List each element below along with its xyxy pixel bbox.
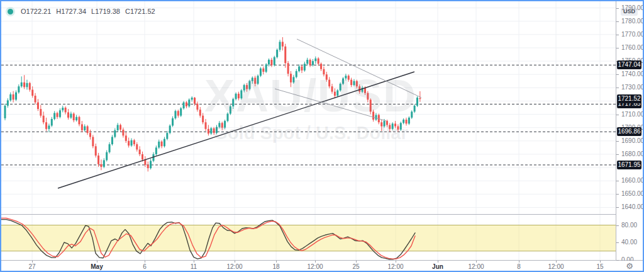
falling-wedge-lower-line[interactable] bbox=[275, 89, 386, 121]
candle-body bbox=[139, 150, 141, 154]
candle-body bbox=[202, 116, 204, 123]
time-axis-tick bbox=[438, 261, 438, 263]
price-axis-label: 1780.00 bbox=[621, 18, 644, 25]
candle-body bbox=[161, 142, 163, 146]
candle-body bbox=[166, 133, 168, 139]
candle-body bbox=[284, 47, 286, 63]
time-axis-label: 18 bbox=[272, 263, 279, 270]
candle-body bbox=[367, 93, 369, 100]
candle-body bbox=[320, 64, 322, 69]
candle-body bbox=[397, 127, 399, 130]
price-axis-label: 1760.00 bbox=[621, 44, 644, 52]
candle-body bbox=[81, 124, 83, 130]
candle-body bbox=[389, 125, 391, 128]
time-axis-label: 12:00 bbox=[468, 263, 484, 270]
time-axis-tick bbox=[600, 261, 601, 263]
candle-body bbox=[43, 116, 45, 123]
candle-body bbox=[97, 156, 99, 164]
candle-body bbox=[400, 123, 402, 130]
indicator-axis-label: 80.00 bbox=[621, 222, 637, 229]
price-level-badge: 1671.95 bbox=[617, 161, 641, 169]
candle-body bbox=[416, 98, 418, 106]
candle-body bbox=[136, 144, 138, 149]
candle-body bbox=[334, 92, 336, 96]
pane-separator[interactable] bbox=[1, 214, 643, 215]
time-axis-label: 12:00 bbox=[387, 263, 403, 270]
candle-body bbox=[262, 69, 264, 72]
legend-close: C1721.52 bbox=[125, 8, 155, 15]
time-axis-label: 27 bbox=[28, 263, 35, 270]
candle-body bbox=[13, 94, 14, 99]
candle-body bbox=[196, 104, 198, 110]
candle-body bbox=[62, 108, 64, 110]
candle-body bbox=[260, 69, 262, 76]
price-axis-tick bbox=[616, 225, 619, 226]
candle-body bbox=[375, 115, 377, 120]
price-axis-label: 1790.00 bbox=[621, 4, 644, 12]
axis-corner-cell: ⚙ bbox=[616, 261, 643, 271]
candle-body bbox=[21, 82, 23, 86]
candle-body bbox=[238, 94, 240, 98]
stochastic-pane[interactable] bbox=[1, 215, 616, 260]
candle-body bbox=[331, 86, 333, 91]
candle-body bbox=[119, 125, 121, 129]
time-axis-label: 25 bbox=[352, 263, 359, 270]
price-axis-label: 1710.00 bbox=[621, 111, 644, 118]
candle-body bbox=[53, 113, 55, 119]
candle-body bbox=[180, 108, 182, 116]
candle-body bbox=[48, 126, 50, 129]
candle-body bbox=[106, 152, 108, 161]
candle-body bbox=[158, 142, 160, 148]
candle-body bbox=[15, 93, 17, 100]
candle-body bbox=[406, 120, 408, 123]
candle-body bbox=[35, 96, 36, 103]
candle-body bbox=[18, 86, 19, 93]
candle-body bbox=[318, 59, 319, 64]
candle-body bbox=[155, 147, 157, 154]
candle-body bbox=[246, 85, 248, 89]
candle-body bbox=[87, 127, 89, 133]
candle-body bbox=[328, 80, 330, 87]
candle-body bbox=[342, 79, 344, 84]
candle-body bbox=[265, 64, 267, 72]
candle-body bbox=[114, 130, 116, 137]
candle-body bbox=[287, 63, 289, 74]
ascending-trendline[interactable] bbox=[58, 72, 414, 188]
time-axis[interactable]: 27May61112:001812:002512:00Jun12:00812:0… bbox=[1, 261, 616, 271]
time-axis-label: 6 bbox=[143, 263, 147, 270]
candle-body bbox=[309, 60, 311, 65]
candle-body bbox=[370, 99, 372, 111]
candle-body bbox=[131, 140, 133, 145]
price-level-badge: 1747.04 bbox=[617, 60, 641, 69]
candle-body bbox=[298, 67, 300, 71]
price-axis-tick bbox=[616, 181, 619, 181]
candle-body bbox=[216, 127, 218, 133]
price-pane[interactable] bbox=[1, 1, 616, 214]
candle-body bbox=[57, 113, 58, 116]
candle-body bbox=[40, 109, 42, 116]
candle-body bbox=[411, 111, 413, 118]
candle-body bbox=[78, 117, 80, 125]
time-axis-label: 11 bbox=[191, 263, 197, 270]
candle-body bbox=[7, 100, 9, 105]
candle-body bbox=[394, 123, 396, 126]
candle-body bbox=[59, 110, 61, 117]
candle-body bbox=[340, 84, 341, 91]
indicator-axis-label: 40.00 bbox=[621, 239, 637, 246]
candle-body bbox=[408, 118, 410, 124]
price-axis-tick bbox=[616, 48, 619, 48]
candle-body bbox=[348, 76, 350, 79]
candle-body bbox=[4, 106, 6, 118]
time-axis-tick bbox=[32, 261, 33, 263]
price-axis[interactable]: USD 1790.001780.001770.001760.001750.001… bbox=[616, 1, 643, 260]
price-axis-label: 1660.00 bbox=[621, 177, 644, 184]
candle-body bbox=[205, 122, 207, 129]
market-status-dot-icon bbox=[8, 9, 13, 14]
gear-icon[interactable]: ⚙ bbox=[626, 262, 633, 270]
candle-body bbox=[51, 119, 53, 126]
ohlc-legend: O1722.21 H1727.34 L1719.38 C1721.52 bbox=[8, 6, 160, 16]
candle-body bbox=[292, 77, 294, 82]
legend-low: L1719.38 bbox=[91, 8, 120, 15]
candle-body bbox=[117, 125, 119, 130]
candle-body bbox=[248, 81, 250, 89]
